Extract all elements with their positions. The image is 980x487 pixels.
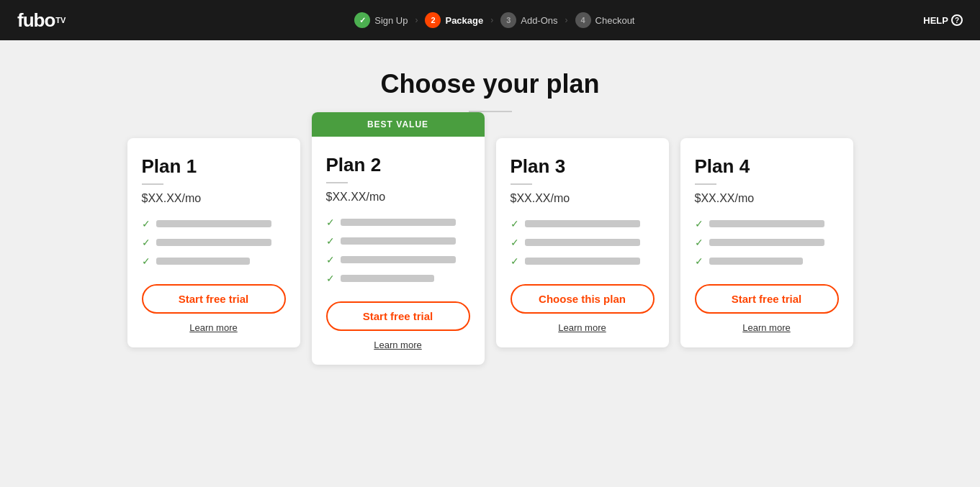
plan-card-4: Plan 4 $XX.XX/mo ✓ ✓ ✓ bbox=[680, 138, 853, 347]
steps-nav: ✓ Sign Up › 2 Package › 3 Add-Ons › 4 Ch… bbox=[354, 12, 634, 28]
plan-4-features: ✓ ✓ ✓ bbox=[695, 218, 839, 267]
plan-3-cta: Choose this plan bbox=[511, 284, 655, 314]
step-4-label: Checkout bbox=[595, 15, 635, 26]
help-label: HELP bbox=[923, 15, 948, 26]
check-icon: ✓ bbox=[326, 217, 335, 228]
step-2-label: Package bbox=[445, 15, 483, 26]
feature-bar bbox=[156, 239, 271, 246]
plan-1-learn-more-link[interactable]: Learn more bbox=[142, 322, 286, 333]
help-icon: ? bbox=[951, 14, 963, 26]
feature-bar bbox=[709, 239, 824, 246]
plan-1-divider bbox=[142, 183, 163, 185]
plan-3-feature-3: ✓ bbox=[511, 255, 655, 267]
plan-2-price: $XX.XX/mo bbox=[326, 191, 470, 204]
plan-1-name: Plan 1 bbox=[142, 155, 286, 178]
plan-2-divider bbox=[326, 182, 348, 183]
plan-1-start-trial-button[interactable]: Start free trial bbox=[142, 284, 286, 314]
step-2-circle: 2 bbox=[425, 12, 441, 28]
step-1: ✓ Sign Up bbox=[354, 12, 408, 28]
check-icon: ✓ bbox=[326, 235, 335, 247]
plan-4-start-trial-button[interactable]: Start free trial bbox=[695, 284, 839, 314]
plan-2-name: Plan 2 bbox=[326, 154, 470, 176]
check-icon: ✓ bbox=[142, 218, 150, 229]
sep-1: › bbox=[415, 15, 418, 25]
plans-grid: Plan 1 $XX.XX/mo ✓ ✓ ✓ bbox=[43, 138, 937, 365]
logo-text: fubo bbox=[17, 9, 55, 32]
plan-4-feature-1: ✓ bbox=[695, 218, 839, 229]
feature-bar bbox=[341, 219, 456, 226]
plan-1-feature-3: ✓ bbox=[142, 255, 286, 267]
check-icon: ✓ bbox=[142, 237, 150, 248]
plan-4-divider bbox=[695, 183, 716, 185]
best-value-badge: BEST VALUE bbox=[312, 112, 485, 137]
plan-2-feature-4: ✓ bbox=[326, 273, 470, 284]
check-icon: ✓ bbox=[511, 218, 519, 229]
plan-4-body: Plan 4 $XX.XX/mo ✓ ✓ ✓ bbox=[680, 138, 853, 347]
step-1-circle: ✓ bbox=[354, 12, 370, 28]
step-4-circle: 4 bbox=[575, 12, 591, 28]
feature-bar bbox=[341, 237, 456, 245]
check-icon: ✓ bbox=[511, 255, 519, 267]
plan-2-features: ✓ ✓ ✓ ✓ bbox=[326, 217, 470, 284]
plan-4-learn-more-link[interactable]: Learn more bbox=[695, 322, 839, 333]
feature-bar bbox=[341, 256, 456, 263]
logo: fuboTV bbox=[17, 9, 66, 32]
plan-4-feature-2: ✓ bbox=[695, 237, 839, 248]
feature-bar bbox=[156, 220, 271, 227]
plan-1-feature-1: ✓ bbox=[142, 218, 286, 229]
check-icon: ✓ bbox=[326, 254, 335, 265]
plan-3-feature-1: ✓ bbox=[511, 218, 655, 229]
plan-2-start-trial-button[interactable]: Start free trial bbox=[326, 301, 470, 331]
header: fuboTV ✓ Sign Up › 2 Package › 3 Add-Ons… bbox=[0, 0, 980, 40]
main-content: Choose your plan Plan 1 $XX.XX/mo ✓ ✓ bbox=[0, 40, 980, 408]
step-2[interactable]: 2 Package bbox=[425, 12, 483, 28]
sep-2: › bbox=[490, 15, 493, 25]
plan-2-cta: Start free trial bbox=[326, 301, 470, 331]
plan-3-choose-button[interactable]: Choose this plan bbox=[511, 284, 655, 314]
step-4[interactable]: 4 Checkout bbox=[575, 12, 635, 28]
plan-3-body: Plan 3 $XX.XX/mo ✓ ✓ ✓ bbox=[496, 138, 669, 347]
plan-3-divider bbox=[511, 183, 532, 185]
feature-bar bbox=[525, 258, 640, 265]
check-icon: ✓ bbox=[695, 237, 703, 248]
plan-3-feature-2: ✓ bbox=[511, 237, 655, 248]
plan-2-feature-3: ✓ bbox=[326, 254, 470, 265]
feature-bar bbox=[525, 239, 640, 246]
feature-bar bbox=[525, 220, 640, 227]
plan-1-feature-2: ✓ bbox=[142, 237, 286, 248]
plan-1-price: $XX.XX/mo bbox=[142, 192, 286, 205]
plan-card-3: Plan 3 $XX.XX/mo ✓ ✓ ✓ bbox=[496, 138, 669, 347]
help-button[interactable]: HELP ? bbox=[923, 14, 963, 26]
plan-card-2: BEST VALUE Plan 2 $XX.XX/mo ✓ ✓ ✓ bbox=[312, 112, 485, 365]
check-icon: ✓ bbox=[695, 255, 703, 267]
plan-4-cta: Start free trial bbox=[695, 284, 839, 314]
sep-3: › bbox=[565, 15, 568, 25]
plan-3-learn-more-link[interactable]: Learn more bbox=[511, 322, 655, 333]
check-icon: ✓ bbox=[326, 273, 335, 284]
step-3-label: Add-Ons bbox=[521, 15, 557, 26]
plan-2-body: Plan 2 $XX.XX/mo ✓ ✓ ✓ bbox=[312, 137, 485, 365]
plan-1-cta: Start free trial bbox=[142, 284, 286, 314]
check-icon: ✓ bbox=[695, 218, 703, 229]
plan-4-price: $XX.XX/mo bbox=[695, 192, 839, 205]
plan-3-features: ✓ ✓ ✓ bbox=[511, 218, 655, 267]
plan-card-1: Plan 1 $XX.XX/mo ✓ ✓ ✓ bbox=[127, 138, 300, 347]
plan-2-learn-more-link[interactable]: Learn more bbox=[326, 340, 470, 350]
plan-4-name: Plan 4 bbox=[695, 155, 839, 178]
step-3-circle: 3 bbox=[500, 12, 516, 28]
plan-1-body: Plan 1 $XX.XX/mo ✓ ✓ ✓ bbox=[127, 138, 300, 347]
step-3[interactable]: 3 Add-Ons bbox=[500, 12, 557, 28]
check-icon: ✓ bbox=[511, 237, 519, 248]
feature-bar bbox=[709, 220, 824, 227]
plan-2-feature-2: ✓ bbox=[326, 235, 470, 247]
plan-3-name: Plan 3 bbox=[511, 155, 655, 178]
feature-bar bbox=[709, 258, 803, 265]
logo-tv: TV bbox=[55, 16, 66, 24]
step-1-label: Sign Up bbox=[374, 15, 408, 26]
plan-4-feature-3: ✓ bbox=[695, 255, 839, 267]
plan-1-features: ✓ ✓ ✓ bbox=[142, 218, 286, 267]
page-title: Choose your plan bbox=[43, 69, 937, 99]
plan-3-price: $XX.XX/mo bbox=[511, 192, 655, 205]
feature-bar bbox=[341, 275, 434, 282]
plan-2-feature-1: ✓ bbox=[326, 217, 470, 228]
